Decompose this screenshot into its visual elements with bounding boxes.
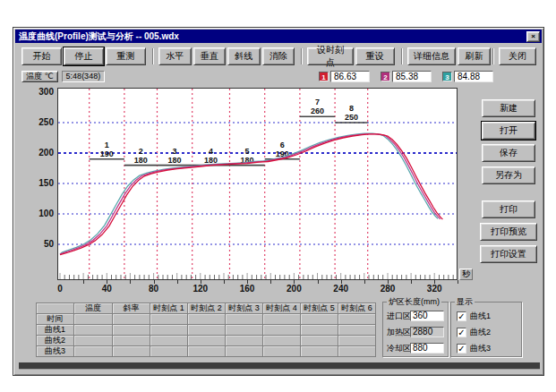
display-checkbox-row-3: ✓曲线3 [457, 343, 491, 354]
info-bar: 温度 ℃ 5:48(348) 186.63285.38384.88 [21, 70, 493, 82]
table-cell-empty [301, 346, 338, 357]
reading-2: 285.38 [381, 71, 432, 82]
reading-1-value: 86.63 [330, 71, 370, 82]
reading-3: 384.88 [442, 71, 493, 82]
table-cell-empty [150, 325, 188, 336]
x-tick-0: 0 [57, 284, 63, 294]
toolbar-button-2-3[interactable]: 斜线 [227, 47, 261, 65]
toolbar-button-1-1[interactable]: 开始 [21, 47, 62, 65]
checkbox-label-1: 曲线1 [470, 311, 491, 322]
app-window: 温度曲线(Profile)测试与分析 -- 005.wdx × 开始停止重测水平… [13, 27, 544, 376]
close-button[interactable]: × [526, 31, 540, 42]
side-button-保存[interactable]: 保存 [482, 144, 535, 162]
side-button-打开[interactable]: 打开 [482, 122, 535, 140]
svg-text:180: 180 [168, 156, 182, 165]
furnace-field-input-3[interactable]: 880 [410, 343, 444, 354]
x-axis-minor-tick [388, 280, 389, 284]
furnace-panel-title: 炉区长度(mm) [387, 297, 441, 306]
checkbox-label-3: 曲线3 [470, 343, 491, 354]
reading-1-index: 1 [319, 72, 329, 81]
y-tick-100: 100 [27, 209, 54, 219]
toolbar-separator [492, 48, 494, 64]
side-button-打印[interactable]: 打印 [482, 200, 535, 218]
display-panel: 显示 ✓曲线1✓曲线2✓曲线3 [450, 302, 522, 357]
toolbar-button-2-4[interactable]: 消除 [262, 47, 295, 65]
furnace-field-input-2[interactable]: 2880 [410, 327, 444, 337]
side-button-打印预览[interactable]: 打印预览 [480, 223, 537, 241]
x-tick-80: 80 [149, 284, 158, 294]
x-axis-minor-tick [201, 280, 201, 284]
y-tick-250: 250 [27, 117, 54, 128]
checkbox-曲线2[interactable]: ✓ [457, 328, 466, 337]
y-tick-150: 150 [27, 178, 54, 189]
table-col-header-6: 时刻点 4 [263, 303, 301, 314]
table-cell-empty [226, 325, 263, 336]
table-cell-empty [188, 336, 226, 346]
x-axis-minor-tick [247, 280, 248, 284]
toolbar-button-4-1[interactable]: 详细信息 [407, 47, 456, 65]
side-button-新建[interactable]: 新建 [482, 99, 535, 117]
table-col-header-4: 时刻点 2 [188, 303, 226, 314]
gridlines [58, 89, 457, 279]
x-axis-minor-tick [130, 280, 131, 284]
table-cell-empty [150, 336, 188, 346]
x-axis-minor-tick [458, 280, 458, 284]
table-cell-empty [338, 346, 376, 357]
toolbar-separator [401, 48, 403, 64]
x-axis-minor-tick [154, 280, 155, 284]
svg-text:8: 8 [349, 104, 354, 113]
table-cell-empty [263, 336, 301, 346]
table-cell-empty [338, 336, 376, 346]
side-button-打印设置[interactable]: 打印设置 [480, 245, 537, 263]
svg-text:260: 260 [311, 107, 324, 115]
svg-text:6: 6 [280, 141, 285, 149]
furnace-field-input-1[interactable]: 360 [410, 311, 444, 321]
toolbar-button-3-1[interactable]: 设时刻点 [307, 47, 354, 65]
panel-bottom-edge [19, 362, 540, 370]
svg-text:2: 2 [139, 147, 143, 156]
checkbox-label-2: 曲线2 [470, 327, 491, 338]
table-row-header-曲线1: 曲线1 [37, 325, 74, 336]
reading-3-index: 3 [442, 72, 452, 81]
toolbar-separator [152, 48, 154, 64]
x-tick-160: 160 [240, 284, 255, 294]
x-axis-minor-tick [434, 280, 435, 284]
toolbar-separator [301, 48, 303, 64]
elapsed-time: 5:48(348) [62, 71, 106, 82]
toolbar-button-1-2[interactable]: 停止 [64, 47, 104, 65]
toolbar: 开始停止重测水平垂直斜线消除设时刻点重设详细信息刷新关闭 [21, 47, 538, 66]
table-cell-empty [113, 346, 150, 357]
window-title: 温度曲线(Profile)测试与分析 -- 005.wdx [19, 31, 179, 41]
profile-plot[interactable]: 11902180318041805180619072608250 [57, 88, 458, 280]
table-cell-empty [188, 325, 226, 336]
toolbar-button-4-2[interactable]: 刷新 [458, 47, 491, 65]
table-cell-empty [338, 325, 376, 336]
toolbar-button-3-2[interactable]: 重设 [355, 47, 395, 65]
reading-2-index: 2 [381, 72, 390, 81]
checkbox-曲线1[interactable]: ✓ [457, 311, 466, 321]
toolbar-button-2-1[interactable]: 水平 [158, 47, 192, 65]
svg-text:3: 3 [173, 147, 177, 156]
reading-2-value: 85.38 [392, 71, 432, 82]
x-axis-minor-tick [270, 280, 271, 284]
checkbox-曲线3[interactable]: ✓ [457, 344, 466, 354]
table-col-header-5: 时刻点 3 [226, 303, 263, 314]
toolbar-button-1-3[interactable]: 重测 [106, 47, 146, 65]
channel-readings: 186.63285.38384.88 [308, 71, 493, 82]
table-cell-empty [226, 336, 263, 346]
reading-1: 186.63 [319, 71, 370, 82]
table-cell-empty [74, 336, 113, 346]
table-col-header-corner [37, 303, 74, 314]
toolbar-button-2-2[interactable]: 垂直 [193, 47, 227, 65]
side-button-另存为[interactable]: 另存为 [482, 166, 535, 184]
x-tick-280: 280 [381, 284, 396, 294]
table-cell-empty [263, 314, 301, 325]
results-table: 温度斜率时刻点 1时刻点 2时刻点 3时刻点 4时刻点 5时刻点 6时间曲线1曲… [36, 303, 376, 357]
toolbar-button-5-1[interactable]: 关闭 [499, 47, 536, 65]
x-axis-minor-tick [294, 280, 295, 284]
x-tick-40: 40 [102, 284, 112, 294]
table-cell-empty [263, 325, 301, 336]
y-tick-300: 300 [27, 87, 54, 98]
x-axis-minor-tick [83, 280, 84, 284]
x-axis-minor-tick [224, 280, 225, 284]
